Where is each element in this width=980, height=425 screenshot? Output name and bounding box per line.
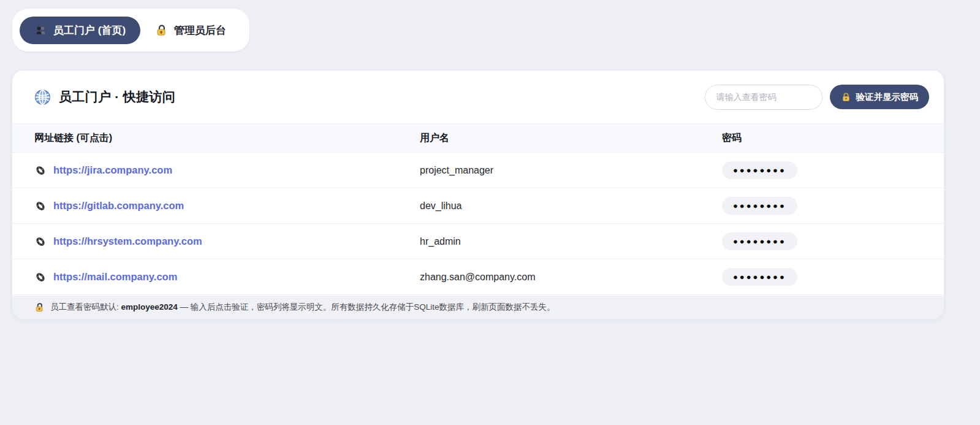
tab-admin-backend-label: 管理员后台 — [174, 23, 226, 37]
globe-icon — [34, 89, 51, 105]
verify-show-password-label: 验证并显示密码 — [856, 91, 919, 103]
verify-show-password-button[interactable]: 验证并显示密码 — [830, 85, 930, 109]
username-cell: hr_admin — [420, 236, 722, 247]
table-row: https://hrsystem.company.com hr_admin ●●… — [12, 224, 944, 259]
footer-note: 员工查看密码默认: employee2024 — 输入后点击验证，密码列将显示明… — [12, 296, 944, 319]
tab-admin-backend[interactable]: 管理员后台 — [140, 17, 241, 44]
masked-password-pill: ●●●●●●●● — [722, 197, 797, 215]
link-icon — [34, 164, 47, 177]
table-row: https://jira.company.com project_manager… — [12, 153, 944, 188]
footer-note-text: 员工查看密码默认: employee2024 — 输入后点击验证，密码列将显示明… — [50, 302, 555, 313]
top-tab-bar: 员工门户 (首页) 管理员后台 — [12, 9, 249, 52]
lock-icon — [841, 92, 851, 102]
footer-note-suffix: — 输入后点击验证，密码列将显示明文。所有数据持久化存储于SQLite数据库，刷… — [178, 302, 555, 312]
site-link[interactable]: https://jira.company.com — [53, 164, 172, 176]
site-link[interactable]: https://mail.company.com — [53, 271, 177, 283]
password-cell: ●●●●●●●● — [722, 268, 944, 286]
view-password-input[interactable] — [705, 85, 822, 110]
link-icon — [34, 235, 47, 248]
page-title: 员工门户 · 快捷访问 — [59, 88, 175, 105]
card-title-wrap: 员工门户 · 快捷访问 — [34, 88, 175, 105]
url-cell: https://jira.company.com — [12, 164, 420, 177]
header-controls: 验证并显示密码 — [705, 85, 930, 110]
password-cell: ●●●●●●●● — [722, 197, 944, 215]
card-header: 员工门户 · 快捷访问 验证并显示密码 — [12, 71, 944, 123]
url-cell: https://mail.company.com — [12, 271, 420, 283]
employee-portal-card: 员工门户 · 快捷访问 验证并显示密码 网址链接 (可点击) 用户名 密码 — [12, 71, 944, 319]
table-header-row: 网址链接 (可点击) 用户名 密码 — [12, 123, 944, 153]
site-link[interactable]: https://hrsystem.company.com — [53, 235, 202, 247]
password-cell: ●●●●●●●● — [722, 232, 944, 250]
masked-password-pill: ●●●●●●●● — [722, 161, 797, 179]
credentials-table: 网址链接 (可点击) 用户名 密码 https://jira.company.c… — [12, 123, 944, 295]
site-link[interactable]: https://gitlab.company.com — [53, 200, 184, 212]
masked-password-pill: ●●●●●●●● — [722, 232, 797, 250]
link-icon — [34, 271, 47, 283]
tab-employee-portal-label: 员工门户 (首页) — [53, 23, 126, 37]
table-row: https://mail.company.com zhang.san@compa… — [12, 259, 944, 295]
username-cell: project_manager — [420, 165, 722, 176]
users-icon — [34, 24, 47, 37]
masked-password-pill: ●●●●●●●● — [722, 268, 797, 286]
username-cell: zhang.san@company.com — [420, 272, 722, 283]
column-header-url: 网址链接 (可点击) — [12, 132, 420, 145]
password-cell: ●●●●●●●● — [722, 161, 944, 179]
column-header-password: 密码 — [722, 132, 944, 145]
lock-with-key-icon — [155, 24, 168, 37]
url-cell: https://gitlab.company.com — [12, 200, 420, 212]
footer-note-prefix: 员工查看密码默认: — [50, 302, 121, 312]
link-icon — [34, 200, 47, 212]
url-cell: https://hrsystem.company.com — [12, 235, 420, 248]
tab-employee-portal[interactable]: 员工门户 (首页) — [20, 17, 140, 44]
column-header-username: 用户名 — [420, 132, 722, 145]
lock-with-key-icon — [34, 302, 45, 313]
default-password-value: employee2024 — [121, 302, 178, 312]
username-cell: dev_lihua — [420, 201, 722, 212]
table-row: https://gitlab.company.com dev_lihua ●●●… — [12, 188, 944, 224]
